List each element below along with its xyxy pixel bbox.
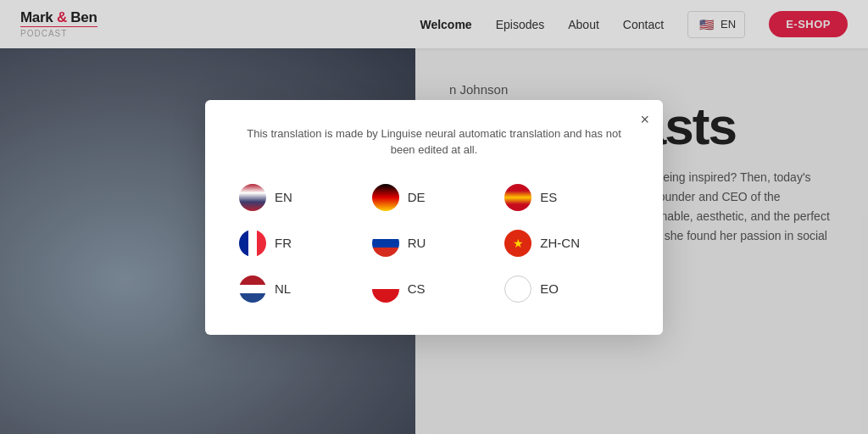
- lang-label-nl: NL: [275, 281, 291, 296]
- lang-option-ru[interactable]: RU: [372, 228, 497, 259]
- lang-label-es: ES: [540, 190, 557, 204]
- modal-notice-text: This translation is made by Linguise neu…: [239, 125, 629, 159]
- lang-label-en: EN: [275, 190, 292, 204]
- lang-option-en[interactable]: EN: [239, 182, 364, 213]
- lang-option-cs[interactable]: CS: [372, 274, 497, 304]
- flag-fr: [239, 230, 266, 257]
- language-grid: ENDEESFRRU★ZH-CNNLCSEO: [239, 182, 629, 304]
- lang-option-es[interactable]: ES: [504, 182, 629, 213]
- flag-eo: [504, 275, 531, 303]
- modal-overlay[interactable]: × This translation is made by Linguise n…: [0, 0, 868, 434]
- lang-label-cs: CS: [408, 281, 426, 296]
- lang-option-eo[interactable]: EO: [504, 274, 629, 304]
- lang-option-nl[interactable]: NL: [239, 274, 364, 304]
- flag-cs: [372, 275, 399, 303]
- flag-ru: [372, 230, 399, 257]
- lang-label-fr: FR: [275, 236, 292, 250]
- lang-label-zh: ZH-CN: [540, 236, 580, 250]
- flag-nl: [239, 275, 266, 303]
- flag-zh: ★: [504, 230, 531, 257]
- modal-close-button[interactable]: ×: [640, 112, 649, 127]
- lang-option-de[interactable]: DE: [372, 182, 497, 213]
- lang-option-zh[interactable]: ★ZH-CN: [504, 228, 629, 259]
- lang-label-eo: EO: [540, 281, 559, 296]
- flag-en: [239, 184, 266, 211]
- flag-es: [504, 184, 531, 211]
- language-modal: × This translation is made by Linguise n…: [205, 100, 663, 335]
- lang-option-fr[interactable]: FR: [239, 228, 364, 259]
- lang-label-de: DE: [408, 190, 426, 204]
- lang-label-ru: RU: [408, 236, 426, 250]
- flag-de: [372, 184, 399, 211]
